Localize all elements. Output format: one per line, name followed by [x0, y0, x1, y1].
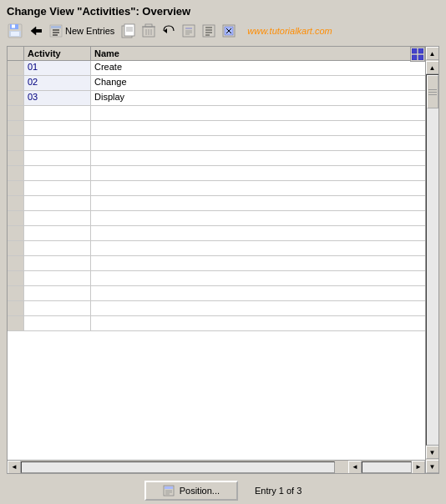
table-row-empty[interactable] — [8, 226, 425, 241]
row-selector — [8, 271, 24, 285]
scroll-track[interactable] — [426, 74, 439, 446]
svg-rect-13 — [124, 24, 134, 36]
table-row-empty[interactable] — [8, 166, 425, 181]
cell-activity: 03 — [24, 91, 91, 105]
svg-rect-41 — [418, 55, 423, 60]
h-scroll-track[interactable] — [21, 461, 335, 473]
table-row-empty[interactable] — [8, 211, 425, 226]
row-selector — [8, 151, 24, 165]
table-row-empty[interactable] — [8, 121, 425, 136]
undo-icon[interactable] — [160, 23, 177, 39]
svg-rect-43 — [165, 486, 173, 489]
vertical-scrollbar[interactable]: ▲ ▲ ▼ ▼ — [425, 47, 438, 473]
row-selector — [8, 196, 24, 210]
scroll-down2-button[interactable]: ▼ — [426, 446, 439, 459]
row-selector — [8, 136, 24, 150]
copy-icon[interactable] — [120, 23, 137, 39]
scroll-up-button[interactable]: ▲ — [426, 47, 439, 60]
title-bar: Change View "Activities": Overview — [0, 0, 446, 21]
entry-info: Entry 1 of 3 — [255, 486, 302, 496]
table-row-empty[interactable] — [8, 301, 425, 316]
row-selector — [8, 181, 24, 195]
row-selector — [8, 316, 24, 330]
row-selector[interactable] — [8, 76, 24, 90]
cell-name-empty — [91, 136, 425, 150]
scroll-right-button[interactable]: ► — [412, 461, 425, 474]
table-row-empty[interactable] — [8, 241, 425, 256]
grid-toggle-icon[interactable] — [410, 47, 425, 62]
new-entries-button[interactable]: New Entries — [47, 23, 117, 38]
scroll-down-button[interactable]: ▼ — [426, 460, 439, 473]
svg-rect-18 — [145, 24, 152, 27]
cell-activity-empty — [24, 121, 91, 135]
svg-rect-8 — [51, 26, 61, 28]
table-header: Activity Name — [8, 47, 425, 61]
h-scroll-left2-button[interactable]: ◄ — [348, 461, 362, 474]
cell-name-empty — [91, 121, 425, 135]
table-row-empty[interactable] — [8, 286, 425, 301]
cell-name-empty — [91, 166, 425, 180]
new-entries-icon — [49, 24, 63, 38]
cell-activity: 01 — [24, 61, 91, 75]
cell-activity-empty — [24, 226, 91, 240]
select-all-icon[interactable] — [220, 23, 237, 39]
table-row[interactable]: 01 Create — [8, 61, 425, 76]
cell-activity-empty — [24, 271, 91, 285]
table-row[interactable]: 03 Display — [8, 91, 425, 106]
new-entries-label: New Entries — [65, 26, 114, 36]
row-selector[interactable] — [8, 61, 24, 75]
row-selector — [8, 256, 24, 270]
status-bar: Position... Entry 1 of 3 — [0, 477, 446, 504]
position-button[interactable]: Position... — [144, 481, 238, 501]
table-row-empty[interactable] — [8, 106, 425, 121]
svg-rect-2 — [12, 25, 15, 28]
info-icon[interactable] — [180, 23, 197, 39]
horizontal-scrollbar[interactable]: ◄ ◄ ► — [8, 460, 425, 473]
cell-name-empty — [91, 271, 425, 285]
table-row-empty[interactable] — [8, 316, 425, 331]
save-icon[interactable] — [7, 23, 23, 39]
cell-activity-empty — [24, 196, 91, 210]
row-selector[interactable] — [8, 91, 24, 105]
position-button-label: Position... — [180, 486, 220, 496]
cell-name-empty — [91, 226, 425, 240]
position-icon — [163, 485, 175, 496]
cell-name-empty — [91, 196, 425, 210]
cell-activity-empty — [24, 181, 91, 195]
cell-name: Display — [91, 91, 425, 105]
cell-activity-empty — [24, 166, 91, 180]
row-selector — [8, 241, 24, 255]
config-icon[interactable] — [200, 23, 217, 39]
window-title: Change View "Activities": Overview — [7, 5, 190, 18]
row-selector — [8, 166, 24, 180]
activity-column-header: Activity — [24, 47, 91, 60]
table-row-empty[interactable] — [8, 151, 425, 166]
table-row-empty[interactable] — [8, 136, 425, 151]
cell-activity: 02 — [24, 76, 91, 90]
scroll-left-button[interactable]: ◄ — [8, 461, 21, 474]
cell-activity-empty — [24, 286, 91, 300]
delete-icon[interactable] — [140, 23, 157, 39]
back-icon[interactable] — [27, 23, 43, 39]
table-body: 01 Create 02 Change 03 Display — [8, 61, 425, 460]
name-column-header: Name — [91, 47, 425, 60]
cell-activity-empty — [24, 241, 91, 255]
svg-rect-39 — [418, 48, 423, 53]
scroll-thumb[interactable] — [427, 75, 438, 108]
h-scroll-track2[interactable] — [362, 461, 412, 473]
table-row-empty[interactable] — [8, 271, 425, 286]
cell-name-empty — [91, 181, 425, 195]
cell-name-empty — [91, 316, 425, 330]
cell-name-empty — [91, 286, 425, 300]
table-row[interactable]: 02 Change — [8, 76, 425, 91]
table-row-empty[interactable] — [8, 196, 425, 211]
scroll-up2-button[interactable]: ▲ — [426, 61, 439, 74]
cell-name-empty — [91, 211, 425, 225]
watermark: www.tutorialkart.com — [247, 26, 332, 36]
row-selector — [8, 121, 24, 135]
table-row-empty[interactable] — [8, 181, 425, 196]
table-row-empty[interactable] — [8, 256, 425, 271]
selector-column-header — [8, 47, 24, 60]
svg-rect-6 — [35, 29, 42, 33]
svg-rect-38 — [412, 48, 417, 53]
